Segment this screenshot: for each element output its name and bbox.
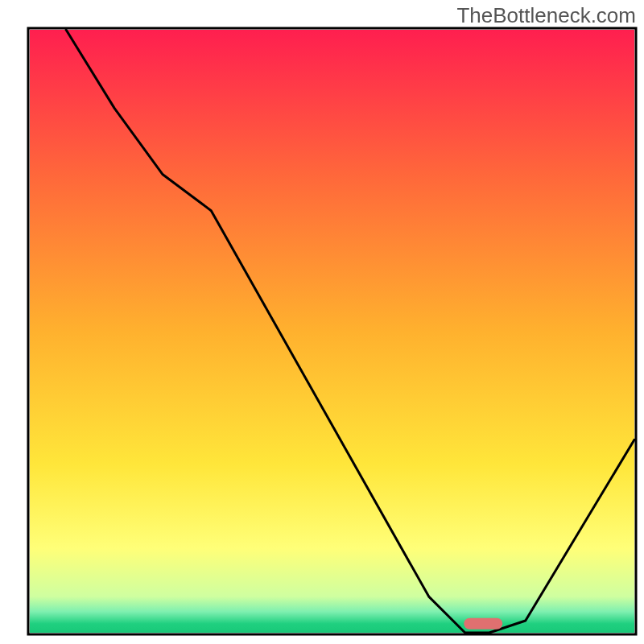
plot-background [30,30,634,633]
bottleneck-chart [0,0,644,644]
watermark-text: TheBottleneck.com [456,3,636,28]
optimal-marker [464,618,502,630]
